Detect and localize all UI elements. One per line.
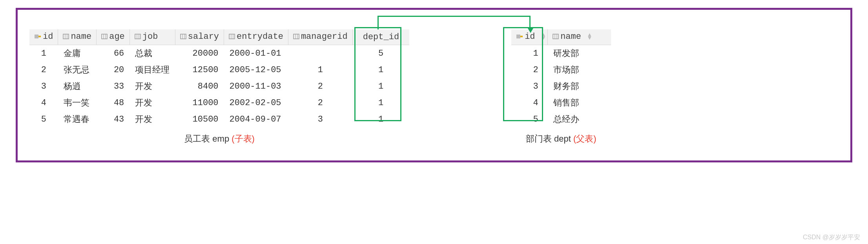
table-row: 4韦一笑48开发110002002-02-0521 — [29, 95, 409, 111]
cell: 5 — [29, 111, 58, 127]
table-row: 4销售部 — [511, 95, 611, 111]
svg-rect-5 — [102, 34, 107, 39]
diagram-frame: id name age jo — [16, 8, 852, 162]
emp-col-name: name — [58, 29, 97, 45]
svg-rect-14 — [229, 34, 235, 39]
cell: 财务部 — [548, 78, 611, 95]
table-row: 1研发部 — [511, 45, 611, 62]
cell: 1 — [352, 78, 409, 95]
svg-rect-0 — [35, 35, 38, 38]
table-row: 2市场部 — [511, 62, 611, 78]
cell: 66 — [97, 45, 130, 62]
emp-col-id-label: id — [43, 32, 53, 42]
cell: 张无忌 — [58, 62, 97, 78]
cell: 5 — [352, 45, 409, 62]
emp-col-managerid: managerid — [288, 29, 352, 45]
sort-icon: ▲▼ — [588, 33, 591, 40]
svg-rect-22 — [553, 34, 558, 39]
cell: 2000-11-03 — [224, 78, 288, 95]
emp-col-salary-label: salary — [188, 32, 219, 42]
svg-rect-1 — [38, 36, 41, 37]
emp-table: id name age jo — [29, 29, 409, 127]
cell: 销售部 — [548, 95, 611, 111]
svg-rect-11 — [181, 34, 186, 39]
column-icon — [63, 33, 69, 42]
cell: 市场部 — [548, 62, 611, 78]
cell: 2000-01-01 — [224, 45, 288, 62]
dept-col-name: name ▲▼ — [548, 29, 611, 45]
dept-col-id-label: id — [525, 32, 535, 42]
cell: 3 — [288, 111, 352, 127]
cell — [288, 45, 352, 62]
dept-header-row: id ▲▼ name ▲▼ — [511, 29, 611, 45]
emp-caption-main: 员工表 emp — [184, 134, 232, 144]
cell: 2 — [511, 62, 548, 78]
dept-table: id ▲▼ name ▲▼ 1研发部2市场部3财务部4销售部5总经办 — [511, 29, 611, 127]
cell: 11000 — [175, 95, 224, 111]
cell: 1 — [29, 45, 58, 62]
cell: 20000 — [175, 45, 224, 62]
cell: 韦一笑 — [58, 95, 97, 111]
cell: 10500 — [175, 111, 224, 127]
dept-caption: 部门表 dept (父表) — [526, 133, 596, 145]
cell: 1 — [352, 95, 409, 111]
table-row: 2张无忌20项目经理125002005-12-0511 — [29, 62, 409, 78]
emp-col-entrydate: entrydate — [224, 29, 288, 45]
emp-col-managerid-label: managerid — [301, 32, 348, 42]
cell: 杨逍 — [58, 78, 97, 95]
emp-col-job-label: job — [142, 32, 158, 42]
cell: 总裁 — [129, 45, 175, 62]
column-icon — [101, 33, 108, 42]
emp-caption-red: (子表) — [232, 134, 255, 144]
cell: 1 — [288, 62, 352, 78]
dept-caption-red: (父表) — [573, 134, 596, 144]
emp-col-dept-id: dept_id — [352, 29, 409, 45]
cell: 1 — [511, 45, 548, 62]
dept-table-block: id ▲▼ name ▲▼ 1研发部2市场部3财务部4销售部5总经办 部门表 d… — [511, 29, 611, 145]
cell: 金庸 — [58, 45, 97, 62]
table-row: 5总经办 — [511, 111, 611, 127]
key-icon — [516, 33, 523, 42]
cell: 开发 — [129, 95, 175, 111]
dept-col-name-label: name — [560, 32, 581, 42]
emp-col-age: age — [97, 29, 130, 45]
cell: 项目经理 — [129, 62, 175, 78]
column-icon — [553, 33, 559, 42]
table-row: 1金庸66总裁200002000-01-015 — [29, 45, 409, 62]
emp-col-salary: salary — [175, 29, 224, 45]
emp-col-name-label: name — [71, 32, 91, 42]
cell: 2 — [29, 62, 58, 78]
cell: 12500 — [175, 62, 224, 78]
cell: 总经办 — [548, 111, 611, 127]
emp-header-row: id name age jo — [29, 29, 409, 45]
cell: 43 — [97, 111, 130, 127]
cell: 4 — [511, 95, 548, 111]
cell: 2002-02-05 — [224, 95, 288, 111]
cell: 1 — [352, 62, 409, 78]
table-row: 3财务部 — [511, 78, 611, 95]
emp-caption: 员工表 emp (子表) — [184, 133, 255, 145]
emp-table-block: id name age jo — [29, 29, 409, 145]
cell: 33 — [97, 78, 130, 95]
cell: 5 — [511, 111, 548, 127]
svg-rect-8 — [135, 34, 140, 39]
dept-caption-main: 部门表 dept — [526, 134, 573, 144]
cell: 2005-12-05 — [224, 62, 288, 78]
key-icon — [34, 33, 41, 42]
sort-icon: ▲▼ — [542, 33, 545, 40]
table-row: 5常遇春43开发105002004-09-0731 — [29, 111, 409, 127]
column-icon — [293, 33, 299, 42]
emp-col-id: id — [29, 29, 58, 45]
fk-connector — [377, 16, 531, 29]
cell: 开发 — [129, 111, 175, 127]
cell: 8400 — [175, 78, 224, 95]
emp-col-age-label: age — [109, 32, 125, 42]
emp-col-dept-id-label: dept_id — [363, 32, 399, 42]
column-icon — [180, 33, 186, 42]
cell: 开发 — [129, 78, 175, 95]
svg-rect-2 — [63, 34, 69, 39]
column-icon — [229, 33, 235, 42]
cell: 研发部 — [548, 45, 611, 62]
cell: 常遇春 — [58, 111, 97, 127]
cell: 2004-09-07 — [224, 111, 288, 127]
